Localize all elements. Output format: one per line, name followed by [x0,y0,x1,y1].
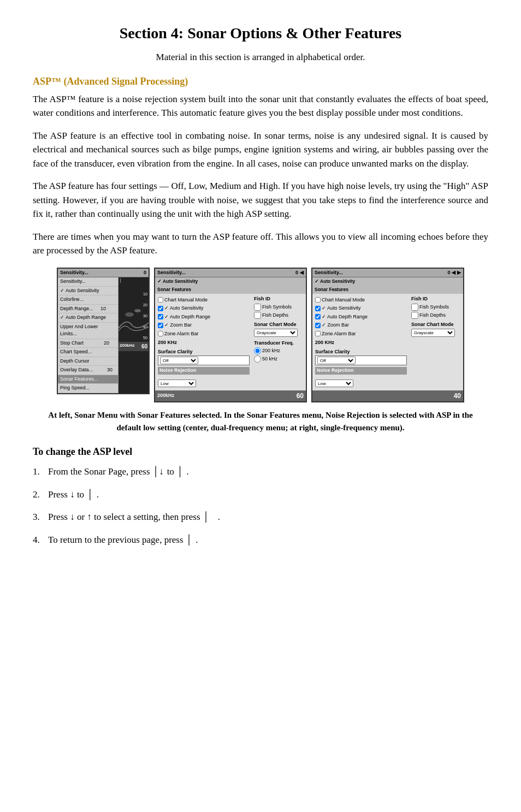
middle-screen-header: Sensitivity... 0 ◀ [155,269,306,278]
middle-sensitivity-label: Sensitivity... [157,269,186,277]
right-freq-bar-value: 40 [454,391,461,401]
step-1-num: 1. [33,465,48,479]
right-auto-sensitivity-row: ✓ Auto Sensitivity [315,305,407,312]
auto-sensitivity-row: ✓ Auto Sensitivity [158,305,250,312]
right-auto-depth-range-cb[interactable] [315,314,321,319]
paragraph-2: The ASP feature is an effective tool in … [33,129,488,171]
right-auto-sensitivity-cb[interactable] [315,306,321,311]
sonar-chart-mode-select[interactable]: GrayscaleColor [254,329,298,337]
right-auto-depth-range-label: ✓ Auto Depth Range [322,313,368,321]
step-3-content: Press ↓ or ↑ to select a setting, then p… [48,510,488,524]
middle-freq-bar: 200kHz 60 [155,390,306,401]
right-panel-body: Chart Manual Mode ✓ Auto Sensitivity ✓ A… [312,294,463,391]
surface-clarity-select[interactable]: OffLowMediumHigh [160,357,198,364]
left-sensitivity-label: Sensitivity... [60,269,88,277]
fish-id-section: Fish ID Fish Symbols Fish Depths Sonar C… [254,295,303,337]
step-1-pipe2: │ [177,465,183,479]
menu-item-chart-speed: Chart Speed... [58,348,118,357]
fish-depths-row: Fish Depths [254,312,303,319]
svg-text:10: 10 [143,292,147,296]
right-sensitivity-value: 0 [447,269,450,277]
fish-symbols-row: Fish Symbols [254,304,303,311]
right-zoom-bar-row: ✓ Zoom Bar [315,322,407,329]
steps-section: 1. From the Sonar Page, press │↓ to │ . … [33,465,488,547]
right-surface-clarity-label: Surface Clarity [315,348,407,356]
right-noise-rejection-select[interactable]: LowOffMediumHigh [315,380,353,387]
step-1-text-before: From the Sonar Page, press [48,465,150,479]
left-screen-header: Sensitivity... 0 [58,269,149,278]
right-chart-manual-mode-cb[interactable] [315,297,321,303]
right-sonar-chart-mode-select[interactable]: GrayscaleColor [411,329,455,337]
right-fish-symbols-label: Fish Symbols [419,304,449,311]
right-freq-bar: 40 [312,390,463,401]
subtitle: Material in this section is arranged in … [33,50,488,64]
right-sensitivity-label: Sensitivity... [315,269,343,277]
step-3-text-before: Press ↓ or ↑ to select a setting, then p… [48,510,200,524]
right-fish-symbols-cb[interactable] [411,304,418,311]
right-noise-rejection-label: Noise Rejection [315,367,407,375]
change-asp-heading: To change the ASP level [33,444,488,459]
auto-sensitivity-label: ✓ Auto Sensitivity [164,305,204,312]
menu-item-auto-depth: ✓ Auto Depth Range [58,313,118,323]
right-noise-rejection-section: Noise Rejection LowOffMediumHigh [315,367,407,389]
middle-col-left: Chart Manual Mode ✓ Auto Sensitivity ✓ A… [158,295,250,389]
step-4: 4. To return to the previous page, press… [33,533,488,547]
right-zoom-bar-cb[interactable] [315,323,321,328]
menu-item-ping-speed: Ping Speed... [58,384,118,393]
transducer-freq-label: Transducer Freq. [254,340,303,347]
right-zone-alarm-bar-cb[interactable] [315,331,321,336]
right-surface-clarity-select[interactable]: OffLowMediumHigh [317,357,356,364]
right-auto-sensitivity-label: ✓ Auto Sensitivity [322,305,361,312]
zoom-bar-label: ✓ Zoom Bar [164,322,192,329]
zoom-bar-row: ✓ Zoom Bar [158,322,250,329]
50khz-radio[interactable] [254,355,261,363]
paragraph-3: The ASP feature has four settings — Off,… [33,179,488,221]
noise-rejection-select[interactable]: LowOffMediumHigh [158,380,196,387]
paragraph-1: The ASP™ feature is a noise rejection sy… [33,92,488,120]
step-4-period: . [196,533,198,547]
section-heading: ASP™ (Advanced Signal Processing) [33,74,488,89]
left-sensitivity-value: 0 [144,269,146,277]
middle-col-right: Fish ID Fish Symbols Fish Depths Sonar C… [254,295,303,389]
screenshots-row: Sensitivity... 0 Sensitivity... ✓ Auto S… [33,268,488,403]
chart-manual-mode-cb[interactable] [158,297,163,303]
svg-text:30: 30 [143,314,147,318]
right-chart-manual-mode-label: Chart Manual Mode [322,297,365,304]
menu-item-depth-cursor: Depth Cursor [58,357,118,366]
fish-depths-cb[interactable] [254,312,261,319]
right-sub-header2: Sonar Features [312,286,463,294]
zone-alarm-bar-cb[interactable] [158,331,163,336]
right-fish-symbols-row: Fish Symbols [411,304,460,311]
200khz-radio[interactable] [254,347,261,354]
page-title: Section 4: Sonar Options & Other Feature… [33,22,488,45]
menu-item-colorline: Colorline... [58,295,118,305]
step-2-content: Press ↓ to │ . [48,488,488,502]
auto-sensitivity-cb[interactable] [158,306,163,311]
step-2-num: 2. [33,488,48,502]
zone-alarm-bar-row: Zone Alarm Bar [158,330,250,338]
step-1-content: From the Sonar Page, press │↓ to │ . [48,465,488,479]
50khz-radio-row: 50 kHz [254,355,303,363]
step-2-pipe1: │ [87,488,93,502]
menu-item-upper-lower: Upper And Lower Limits... [58,323,118,339]
right-fish-depths-cb[interactable] [411,312,418,319]
right-chart-manual-mode-row: Chart Manual Mode [315,297,407,304]
left-bottom-value: 60 [141,342,147,351]
zone-alarm-bar-label: Zone Alarm Bar [164,330,199,338]
step-2-period: . [97,488,99,502]
menu-item-depth-range: Depth Range...10 [58,305,118,314]
menu-item-stop-chart: Stop Chart20 [58,339,118,348]
step-3-num: 3. [33,510,48,524]
sonar-chart-mode-title: Sonar Chart Mode [254,321,303,329]
zoom-bar-cb[interactable] [158,323,163,328]
step-3-period: . [218,510,220,524]
auto-depth-range-label: ✓ Auto Depth Range [164,313,210,321]
fish-depths-label: Fish Depths [262,312,288,319]
middle-freq-bar-value: 60 [297,391,304,401]
auto-depth-range-cb[interactable] [158,314,163,319]
right-freq-label: 200 KHz [315,339,407,347]
step-1-to: to [167,465,174,479]
surface-clarity-value: OffLowMediumHigh [158,355,250,365]
fish-symbols-cb[interactable] [254,304,261,311]
middle-freq-label: 200 KHz [158,339,250,347]
